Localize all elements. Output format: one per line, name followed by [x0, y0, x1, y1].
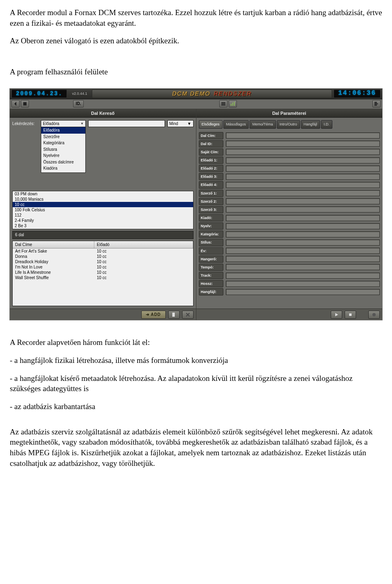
table-row[interactable]: I'm Not In Love10 cc	[13, 264, 193, 270]
field-input[interactable]	[226, 157, 380, 163]
table-row[interactable]: Life Is A Minestrone10 cc	[13, 270, 193, 275]
id-display-toggle[interactable]: ID.	[73, 100, 84, 107]
field-label: Előadó 3:	[199, 173, 223, 180]
cell: Donna	[13, 254, 94, 259]
query-type-combo[interactable]: Előadóra ▼ Előadóra Szerzőre Kategóriára…	[41, 120, 86, 173]
svg-rect-6	[232, 103, 233, 106]
record-button[interactable]	[368, 311, 380, 319]
time-display: 14:06:36	[334, 90, 381, 98]
query-combo-list[interactable]: Előadóra Szerzőre Kategóriára Stílusra N…	[41, 127, 86, 173]
list-item[interactable]: 100 Folk Celsius	[13, 207, 193, 213]
query-text-input[interactable]	[88, 120, 165, 127]
tab-primary[interactable]: Elsődleges	[199, 120, 223, 128]
table-row[interactable]: Wall Street Shuffle10 cc	[13, 275, 193, 280]
col-header-title[interactable]: Dal Címe	[13, 241, 94, 248]
scope-value: Mind	[169, 121, 178, 127]
list-item[interactable]: 10,000 Maniacs	[13, 197, 193, 202]
combo-option[interactable]: Kiadóra	[41, 165, 85, 172]
doc-paragraph: A Recorder modul a Fornax DCM szerves ta…	[10, 7, 382, 28]
field-input[interactable]	[226, 256, 380, 262]
db-icon[interactable]	[21, 100, 29, 107]
field-input[interactable]	[226, 149, 380, 155]
list-item[interactable]: 10 cc	[13, 202, 193, 207]
field-input[interactable]	[226, 190, 380, 196]
svg-rect-3	[221, 103, 225, 104]
app-title-main: DCM DEMO	[172, 90, 211, 98]
field-input[interactable]	[226, 198, 380, 204]
field-input[interactable]	[226, 141, 380, 147]
svg-rect-2	[221, 102, 225, 103]
field-input[interactable]	[226, 248, 380, 254]
svg-point-13	[372, 313, 376, 316]
field-input[interactable]	[226, 289, 380, 295]
cell: Wall Street Shuffle	[13, 275, 94, 280]
svg-rect-12	[349, 313, 352, 316]
right-footer	[196, 309, 383, 320]
chart-icon[interactable]	[229, 100, 237, 107]
combo-option[interactable]: Stílusra	[41, 146, 85, 153]
cell: 10 cc	[94, 254, 193, 259]
left-footer: ➜ADD	[10, 309, 196, 320]
search-panel-title: Dal Kereső	[10, 109, 196, 118]
table-row[interactable]: Donna10 cc	[13, 254, 193, 259]
field-input[interactable]	[226, 239, 380, 246]
field-input[interactable]	[226, 231, 380, 237]
field-label: Track:	[199, 272, 223, 279]
list-item[interactable]: 112	[13, 213, 193, 218]
play-button[interactable]	[331, 311, 342, 319]
field-label: Előadó 1:	[199, 157, 223, 164]
field-label: Előadó 4:	[199, 181, 223, 188]
field-input[interactable]	[226, 223, 380, 229]
field-input[interactable]	[226, 273, 380, 279]
app-title-sub: RENDSZER	[214, 90, 252, 98]
query-label: Lekérdezés:	[12, 120, 38, 127]
field-label: Hangfájl:	[199, 288, 223, 295]
list-item[interactable]: 2 Be 3	[13, 223, 193, 228]
combo-option[interactable]: Kategóriára	[41, 140, 85, 146]
field-label: Év:	[199, 247, 223, 255]
doc-paragraph: Az Oberon zenei válogató is ezen adatokb…	[10, 36, 382, 46]
new-button[interactable]	[168, 311, 180, 319]
col-header-artist[interactable]: Előadó	[94, 241, 193, 248]
list-icon[interactable]	[219, 100, 227, 107]
table-row[interactable]: Art For Art's Sake10 cc	[13, 248, 193, 254]
combo-option[interactable]: Szerzőre	[41, 134, 85, 140]
cell: Dreadlock Holiday	[13, 259, 94, 264]
field-label: Dal ID:	[199, 140, 223, 148]
field-input[interactable]	[226, 281, 380, 287]
tab-introoutro[interactable]: Intro/Outro	[277, 120, 300, 128]
field-input[interactable]	[226, 215, 380, 221]
field-input[interactable]	[226, 174, 380, 180]
delete-button[interactable]	[182, 311, 194, 319]
doc-list-item: - az adatbázis karbantartása	[10, 401, 382, 412]
field-input[interactable]	[226, 182, 380, 188]
field-label: Előadó 2:	[199, 165, 223, 172]
exit-icon[interactable]	[372, 100, 381, 107]
artist-list[interactable]: 03 PM down 10,000 Maniacs 10 cc 100 Folk…	[12, 191, 194, 229]
list-item[interactable]: 2-4 Family	[13, 218, 193, 223]
table-row[interactable]: Dreadlock Holiday10 cc	[13, 259, 193, 264]
list-item[interactable]: 2 Evissa	[13, 228, 193, 229]
field-label: Tempó:	[199, 264, 223, 271]
combo-option[interactable]: Nyelvére	[41, 152, 85, 159]
tab-id[interactable]: I.D.	[321, 120, 332, 128]
combo-option[interactable]: Összes dalcímre	[41, 159, 85, 166]
params-tabs: Elsődleges Másodlagos Memo/Téma Intro/Ou…	[199, 120, 380, 128]
tab-secondary[interactable]: Másodlagos	[223, 120, 249, 128]
svg-rect-7	[234, 102, 235, 106]
combo-option[interactable]: Előadóra	[41, 127, 85, 134]
stop-button[interactable]	[345, 311, 356, 319]
combo-option[interactable]: Dal ID-re	[41, 172, 85, 173]
add-button[interactable]: ➜ADD	[141, 311, 166, 319]
field-input[interactable]	[226, 206, 380, 213]
field-input[interactable]	[226, 264, 380, 270]
field-input[interactable]	[226, 132, 380, 139]
tab-memo[interactable]: Memo/Téma	[249, 120, 276, 128]
scope-select[interactable]: Mind ▼	[167, 120, 194, 127]
app-toolbar: ID.	[10, 99, 382, 109]
list-item[interactable]: 03 PM down	[13, 191, 193, 197]
field-input[interactable]	[226, 166, 380, 172]
app-topbar: 2009.04.23. v2.0.44.1 DCM DEMO RENDSZER …	[10, 89, 382, 99]
tab-audiofile[interactable]: Hangfájl	[301, 120, 320, 128]
nav-left-icon[interactable]	[11, 100, 20, 107]
